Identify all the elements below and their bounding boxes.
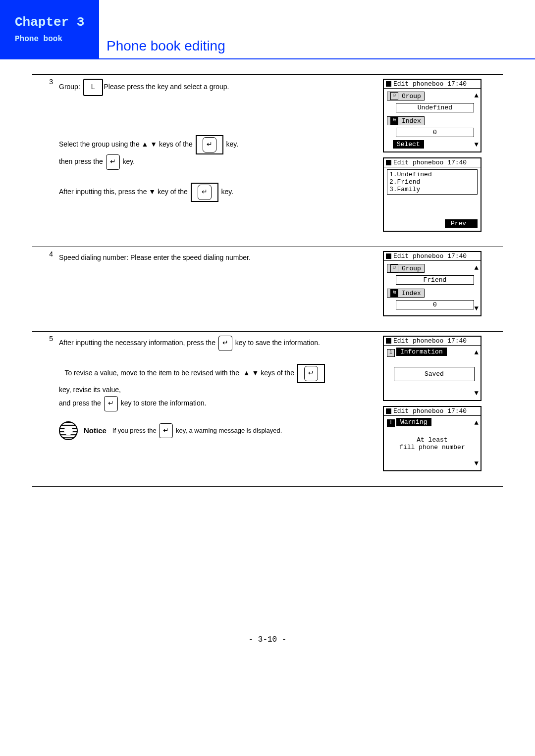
screen-title-text: Edit phoneboo 17:40 xyxy=(393,80,467,88)
down-arrow-icon xyxy=(149,188,156,196)
text: To revise a value, move to the item to b… xyxy=(64,369,239,377)
text: Speed dialing number: Please enter the s… xyxy=(59,253,251,261)
text: key of the xyxy=(158,188,188,196)
page-header: Chapter 3 Phone book Phone book editing xyxy=(0,0,535,59)
field-value: 0 xyxy=(396,300,474,309)
field-value: Undefined xyxy=(396,103,474,112)
option-list: 1.Undefined 2.Friend 3.Family xyxy=(387,169,478,195)
notice-block: Notice If you press the ↵ key, a warning… xyxy=(59,421,377,440)
step-number: 5 xyxy=(32,332,56,487)
down-arrow-icon xyxy=(150,140,157,148)
step-instruction: Group: LPlease press the key and select … xyxy=(56,75,380,247)
text: key to store the information. xyxy=(121,399,207,407)
enter-key-icon: ↵ xyxy=(159,423,173,439)
device-screen: Edit phoneboo 17:40 !Warning At least fi… xyxy=(383,406,482,471)
square-icon xyxy=(386,338,391,344)
step-number: 4 xyxy=(32,247,56,332)
step-instruction: After inputting the necessary informatio… xyxy=(56,332,380,487)
warning-bar: Warning xyxy=(396,418,431,426)
list-item: 2.Friend xyxy=(389,178,475,186)
scroll-down-icon xyxy=(475,389,479,397)
enter-icon: ↵ xyxy=(203,137,216,152)
group-icon: ☺ xyxy=(390,92,398,100)
square-icon xyxy=(386,408,391,414)
text: Group: xyxy=(59,83,80,91)
screen-titlebar: Edit phoneboo 17:40 xyxy=(384,407,481,416)
device-screen: Edit phoneboo 17:40 ☺Group Friend №Index… xyxy=(383,251,482,316)
screen-title-text: Edit phoneboo 17:40 xyxy=(393,252,467,260)
step-screenshots: Edit phoneboo 17:40 ☺Group Undefined №In… xyxy=(380,75,503,247)
enter-key-icon: ↵ xyxy=(218,336,232,351)
scroll-up-icon xyxy=(475,419,479,427)
field-label: ☺Group xyxy=(387,92,425,101)
enter-key-icon: ↵ xyxy=(104,396,118,411)
screen-title-text: Edit phoneboo 17:40 xyxy=(393,159,467,166)
screen-titlebar: Edit phoneboo 17:40 xyxy=(384,158,481,167)
field-label: №Index xyxy=(387,116,425,125)
index-icon: № xyxy=(390,289,398,297)
screen-titlebar: Edit phoneboo 17:40 xyxy=(384,337,481,346)
info-bar: Information xyxy=(396,348,447,356)
field-label: №Index xyxy=(387,289,425,298)
enter-icon: ↵ xyxy=(304,366,318,381)
screen-titlebar: Edit phoneboo 17:40 xyxy=(384,252,481,261)
device-screen: Edit phoneboo 17:40 1.Undefined 2.Friend… xyxy=(383,157,482,232)
text: key to save the information. xyxy=(235,339,320,347)
label-text: Group xyxy=(402,265,421,272)
label-text: Group xyxy=(402,93,421,100)
key-L: L xyxy=(83,79,103,96)
step-screenshots: Edit phoneboo 17:40 iInformation Saved E… xyxy=(380,332,503,487)
step-number: 3 xyxy=(32,75,56,247)
device-screen: Edit phoneboo 17:40 ☺Group Undefined №In… xyxy=(383,79,482,152)
enter-key-graphic: ↵ xyxy=(191,183,218,202)
text: keys of the xyxy=(261,369,294,377)
text: key. xyxy=(226,140,239,148)
text: fill phone number xyxy=(387,444,478,451)
square-icon xyxy=(386,81,391,87)
text: key. xyxy=(123,157,135,165)
text: then press the xyxy=(59,157,103,165)
notice-label: Notice xyxy=(84,424,107,438)
warning-icon: ! xyxy=(387,419,395,427)
steps-table: 3 Group: LPlease press the key and selec… xyxy=(32,74,503,487)
message-box: Saved xyxy=(394,367,475,381)
page-title-bar: Phone book editing xyxy=(99,34,535,59)
notice-icon xyxy=(59,421,78,440)
text: If you press the xyxy=(112,426,157,434)
chapter-subtitle: Phone book xyxy=(15,35,99,44)
label-text: Index xyxy=(402,290,421,297)
page-title: Phone book editing xyxy=(107,38,225,54)
text: key, a warning message is displayed. xyxy=(176,426,282,434)
device-screen: Edit phoneboo 17:40 iInformation Saved xyxy=(383,336,482,401)
square-icon xyxy=(386,160,391,165)
square-icon xyxy=(386,253,391,259)
notice-text: If you press the ↵ key, a warning messag… xyxy=(112,423,282,439)
text: key. xyxy=(221,188,234,196)
screen-title-text: Edit phoneboo 17:40 xyxy=(393,337,467,345)
page-footer: - 3-10 - xyxy=(0,635,535,644)
list-item: 3.Family xyxy=(389,186,475,193)
up-arrow-icon xyxy=(142,140,149,148)
text: After inputting the necessary informatio… xyxy=(59,339,215,347)
enter-key-graphic: ↵ xyxy=(297,364,325,383)
text: Please press the key and select a group. xyxy=(104,83,229,91)
label-text: Index xyxy=(402,117,421,125)
chapter-block: Chapter 3 Phone book xyxy=(0,0,99,59)
enter-icon: ↵ xyxy=(198,185,212,200)
step-screenshots: Edit phoneboo 17:40 ☺Group Friend №Index… xyxy=(380,247,503,332)
list-item: 1.Undefined xyxy=(389,171,475,178)
step-instruction: Speed dialing number: Please enter the s… xyxy=(56,247,380,332)
field-value: 0 xyxy=(396,128,474,137)
prev-button: Prev xyxy=(445,219,478,228)
index-icon: № xyxy=(390,117,398,125)
text: key, revise its value, xyxy=(59,386,121,394)
scroll-down-icon xyxy=(475,304,479,312)
text: keys of the xyxy=(159,140,193,148)
enter-key-icon: ↵ xyxy=(106,154,120,170)
select-button: Select xyxy=(393,140,424,149)
scroll-down-icon xyxy=(475,459,479,467)
text: After inputting this, press the xyxy=(59,188,147,196)
field-value: Friend xyxy=(396,275,474,285)
scroll-up-icon xyxy=(475,92,479,100)
text: and press the xyxy=(59,399,101,407)
